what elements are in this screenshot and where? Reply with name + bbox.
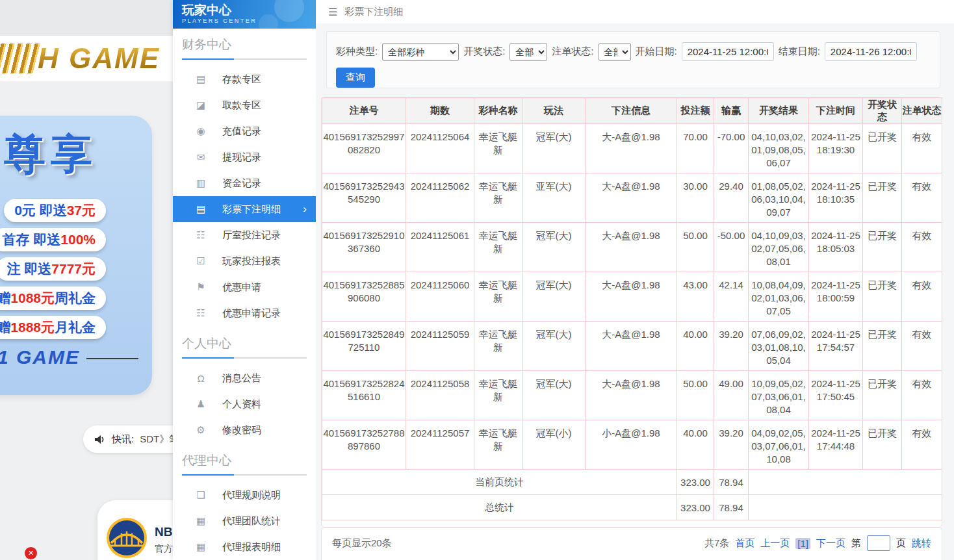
promo-pill: 0元 即送37元 (4, 199, 106, 222)
app-root: H GAME 尊享 0元 即送37元首存 即送100%注 即送7777元加赠10… (0, 0, 954, 560)
promo-pill-text: 1088元 (10, 289, 55, 307)
table-cell: 20241125062 (406, 173, 474, 223)
table-cell: 70.00 (677, 124, 714, 173)
section-title: 个人中心 (182, 335, 307, 352)
table-cell: 401569173252943545290 (322, 173, 406, 223)
sidebar-item-funds-record[interactable]: ▥资金记录 (173, 170, 316, 196)
sidebar-item-withdrawal-record[interactable]: ✉提现记录 (173, 144, 316, 170)
end-date-input[interactable] (825, 42, 917, 61)
hall-bet-record-icon: ☷ (195, 229, 207, 241)
promo-banner: 尊享 0元 即送37元首存 即送100%注 即送7777元加赠1088元周礼金加… (0, 116, 152, 395)
draw-status-select[interactable]: 全部 (509, 43, 547, 61)
promo-title: 尊享 (4, 126, 97, 183)
table-cell: 冠军(大) (522, 371, 586, 420)
sidebar-item-lottery-bet-detail[interactable]: ▤彩票下注明细› (173, 196, 316, 222)
lottery-bet-detail-icon: ▤ (195, 203, 207, 215)
page-top-strip (0, 0, 173, 36)
first-page-link[interactable]: 首页 (735, 537, 754, 550)
table-cell: 2024-11-25 17:50:45 (809, 371, 863, 420)
sidebar-item-label: 代理团队统计 (222, 515, 281, 528)
menu-icon[interactable]: ☰ (328, 6, 337, 18)
sidebar-item-label: 代理规则说明 (222, 489, 281, 502)
lottery-type-select[interactable]: 全部彩种 (382, 43, 459, 61)
table-cell: 大-A盘@1.98 (586, 371, 677, 420)
deposit-icon: ▤ (195, 73, 207, 85)
sidebar-item-label: 优惠申请 (222, 281, 261, 294)
sidebar-header-title: 玩家中心 (182, 3, 316, 18)
table-cell: 大-A盘@1.98 (586, 173, 677, 223)
table-cell: 40.00 (677, 322, 714, 371)
table-cell: 有效 (902, 420, 942, 470)
sidebar-item-agent-report-detail[interactable]: ▦代理报表明细 (173, 534, 316, 560)
nba-promo-card[interactable]: NBA 官方 (97, 500, 173, 560)
jump-suffix-label: 页 (896, 537, 906, 550)
table-row: 40156917325299708282020241125064幸运飞艇新冠军(… (322, 124, 942, 173)
close-icon[interactable]: ✕ (25, 547, 37, 559)
sidebar-item-label: 厅室投注记录 (222, 229, 281, 242)
sidebar-menu: 财务中心▤存款专区◪取款专区◉充值记录✉提现记录▥资金记录▤彩票下注明细›☷厅室… (173, 29, 316, 560)
agent-rules-icon: ❏ (195, 489, 207, 501)
sidebar-item-recharge-record[interactable]: ◉充值记录 (173, 118, 316, 144)
table-row: 40156917325288590608020241125060幸运飞艇新冠军(… (322, 272, 942, 322)
section-title: 代理中心 (182, 452, 307, 469)
query-button[interactable]: 查询 (336, 68, 375, 88)
sidebar-item-label: 充值记录 (222, 125, 261, 138)
summary-row: 总统计323.0078.94 (322, 495, 942, 520)
table-cell: 大-A盘@1.98 (586, 272, 677, 322)
prev-page-link[interactable]: 上一页 (760, 537, 790, 550)
promo-pill: 加赠1888元月礼金 (0, 316, 106, 339)
sidebar-item-label: 消息公告 (222, 372, 261, 385)
order-status-select[interactable]: 全部 (599, 43, 631, 61)
next-page-link[interactable]: 下一页 (816, 537, 845, 550)
table-cell: -70.00 (714, 124, 749, 173)
current-page-badge: [1] (795, 538, 810, 549)
sidebar-item-agent-rules[interactable]: ❏代理规则说明 (173, 482, 316, 508)
sidebar-item-deposit[interactable]: ▤存款专区 (173, 66, 316, 92)
promo-pill: 加赠1088元周礼金 (0, 286, 106, 310)
column-header: 期数 (406, 98, 474, 124)
sidebar-item-withdraw[interactable]: ◪取款专区 (173, 92, 316, 118)
table-cell: 有效 (902, 124, 942, 173)
table-cell: 10,08,04,09,02,01,03,06,07,05 (749, 272, 809, 322)
table-cell: 小-A盘@1.98 (586, 420, 677, 470)
sidebar-item-agent-team-stats[interactable]: ▦代理团队统计 (173, 508, 316, 534)
withdraw-icon: ◪ (195, 99, 207, 111)
promo-pill-text: 注 即送 (6, 260, 51, 278)
jump-link[interactable]: 跳转 (912, 537, 931, 550)
main-content: ☰ 彩票下注明细 彩种类型: 全部彩种 开奖状态: 全部 注单状态: 全部 开始… (316, 0, 954, 560)
table-cell: 幸运飞艇新 (474, 322, 522, 371)
sidebar-item-promo-apply[interactable]: ⚑优惠申请 (173, 274, 316, 300)
page-jump-input[interactable] (867, 535, 890, 551)
sidebar-item-label: 提现记录 (222, 151, 261, 164)
section-underline (182, 58, 307, 60)
bet-detail-table: 注单号期数彩种名称玩法下注信息投注额输赢开奖结果下注时间开奖状态注单状态4015… (322, 97, 942, 520)
sidebar-item-profile[interactable]: ♟个人资料 (173, 391, 316, 417)
promo-pill-text: 100% (60, 232, 96, 248)
news-text: SDT》笔 (140, 433, 173, 446)
sidebar-item-change-password[interactable]: ⚙修改密码 (173, 417, 316, 443)
table-cell: 已开奖 (863, 173, 902, 223)
summary-label: 当前页统计 (322, 470, 677, 495)
table-cell: 07,06,09,02,03,01,08,10,05,04 (749, 322, 809, 371)
speaker-icon (95, 435, 106, 444)
sidebar-item-player-bet-report[interactable]: ☑玩家投注报表 (173, 248, 316, 274)
table-row: 40156917325278889786020241125057幸运飞艇新冠军(… (322, 420, 942, 470)
sidebar-item-announcements[interactable]: Ω消息公告 (173, 365, 316, 391)
agent-team-icon: ▦ (195, 515, 207, 527)
total-count: 共7条 (704, 537, 729, 550)
background-page: H GAME 尊享 0元 即送37元首存 即送100%注 即送7777元加赠10… (0, 0, 173, 560)
sidebar-item-promo-apply-record[interactable]: ☷优惠申请记录 (173, 300, 316, 326)
start-date-input[interactable] (682, 42, 774, 61)
recharge-record-icon: ◉ (195, 125, 207, 137)
summary-bet-total: 323.00 (677, 495, 714, 520)
sidebar-item-hall-bet-record[interactable]: ☷厅室投注记录 (173, 222, 316, 248)
column-header: 输赢 (714, 98, 749, 124)
promo-pill-text: 加赠 (0, 289, 10, 307)
table-cell: 2024-11-25 17:44:48 (809, 420, 863, 470)
section-underline (182, 474, 307, 476)
table-cell: 04,10,03,02,01,09,08,05,06,07 (749, 124, 809, 173)
table-cell: 大-A盘@1.98 (586, 322, 677, 371)
chevron-right-icon: › (303, 203, 307, 216)
sidebar-item-label: 优惠申请记录 (222, 307, 281, 320)
table-cell: 有效 (902, 371, 942, 420)
